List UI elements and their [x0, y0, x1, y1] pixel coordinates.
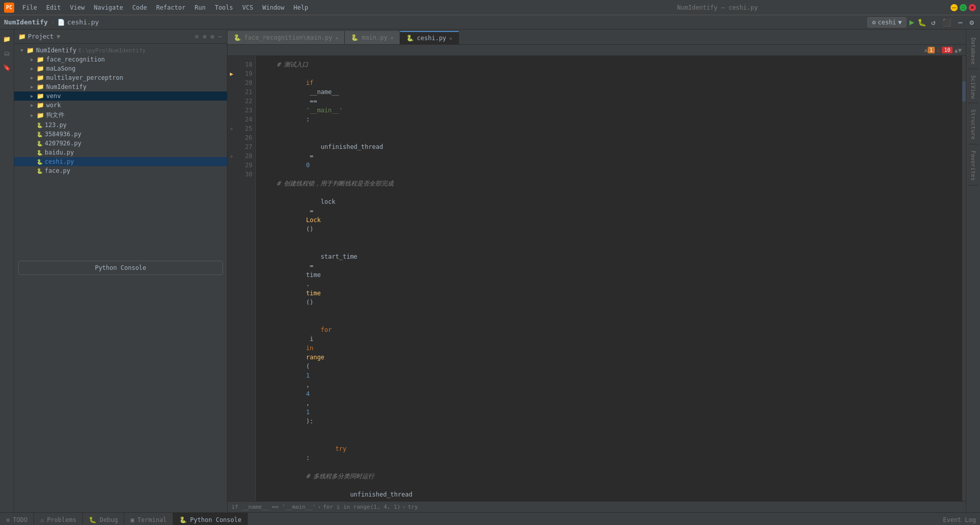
tree-item-numidentify[interactable]: ▶ 📁 NumIdentify	[14, 82, 227, 91]
tree-item-work[interactable]: ▶ 📁 work	[14, 101, 227, 110]
menu-code[interactable]: Code	[128, 3, 151, 13]
tab-python-console[interactable]: 🐍 Python Console	[173, 513, 248, 526]
sidebar-tab-structure[interactable]: Structure	[968, 105, 978, 144]
menu-file[interactable]: File	[18, 3, 41, 13]
expand-errors-button[interactable]: ▼	[958, 47, 962, 54]
panel-minimize-button[interactable]: —	[217, 32, 223, 41]
panel-actions: ⊙ ≡ ⚙ —	[194, 32, 223, 41]
app-logo: PC	[4, 3, 14, 13]
maximize-button[interactable]: □	[960, 4, 967, 11]
toolbar-right: ⚙ ceshi ▼ ▶ 🐛 ↺ ⬛ ⋯ ⚙	[867, 17, 976, 27]
run-button[interactable]: ▶	[909, 17, 914, 27]
window-controls: — □ ✕	[951, 4, 976, 11]
window-title: NumIdentify – ceshi.py	[484, 4, 951, 11]
tab-close-main[interactable]: ✕	[390, 35, 394, 41]
tree-item-face-recognition[interactable]: ▶ 📁 face_recognition	[14, 55, 227, 64]
sidebar-tab-sciview[interactable]: SciView	[968, 71, 978, 103]
code-line-25: try :	[262, 435, 956, 472]
project-panel: 📁 Project ▼ ⊙ ≡ ⚙ — ▼ 📁 NumIdentify E:\p…	[14, 29, 227, 512]
menu-help[interactable]: Help	[289, 3, 312, 13]
scrollbar-map[interactable]	[962, 56, 966, 501]
tree-item-4207926py[interactable]: ▶ 🐍 4207926.py	[14, 139, 227, 148]
project-tree: ▼ 📁 NumIdentify E:\pyPro\NumIdentify ▶ 📁…	[14, 44, 227, 512]
code-line-20: unfinished_thread = 0	[262, 133, 956, 179]
tree-item-3584936py[interactable]: ▶ 🐍 3584936.py	[14, 130, 227, 139]
close-button[interactable]: ✕	[969, 4, 976, 11]
linenum-20: 20	[236, 78, 252, 87]
sidebar-project-icon[interactable]: 📁	[2, 34, 13, 45]
tab-problems[interactable]: ⚠ Problems	[34, 513, 83, 526]
warning-count[interactable]: 1	[928, 47, 935, 53]
code-area[interactable]: # 测试入口 if __name__ == '__main__' :	[256, 56, 962, 501]
debug-button[interactable]: 🐛	[918, 18, 926, 26]
sidebar-structure-icon[interactable]: 🗂	[2, 48, 13, 59]
gutter-row-23	[227, 106, 236, 115]
event-log-button[interactable]: Event Log	[943, 516, 976, 523]
gutter-row-18	[227, 60, 236, 69]
todo-icon: ≡	[6, 516, 10, 523]
settings-toolbar-button[interactable]: ⚙	[968, 17, 976, 27]
warning-icon: ⚠	[924, 47, 928, 53]
linenum-24: 24	[236, 115, 252, 124]
panel-title-dropdown[interactable]: ▼	[57, 33, 60, 40]
menu-window[interactable]: Window	[258, 3, 288, 13]
menu-navigate[interactable]: Navigate	[90, 3, 127, 13]
menu-vcs[interactable]: VCS	[238, 3, 257, 13]
error-count[interactable]: 10	[942, 47, 952, 53]
gutter-row-26	[227, 133, 236, 142]
run-config-selector[interactable]: ⚙ ceshi ▼	[867, 17, 906, 27]
tree-item-ceshipy[interactable]: ▶ 🐍 ceshi.py	[14, 157, 227, 166]
tree-item-baidupy[interactable]: ▶ 🐍 baidu.py	[14, 148, 227, 157]
code-line-26: # 多线程多分类同时运行	[262, 472, 956, 481]
sidebar-tab-favorites[interactable]: Favorites	[968, 146, 978, 186]
breadcrumb-part-1[interactable]: if __name__ == '__main__'	[232, 504, 316, 510]
minimize-button[interactable]: —	[951, 4, 958, 11]
stop-button[interactable]: ⬛	[940, 17, 953, 27]
rerun-button[interactable]: ↺	[929, 17, 937, 27]
project-panel-header: 📁 Project ▼ ⊙ ≡ ⚙ —	[14, 29, 227, 44]
editor-tabs: 🐍 face_recognition\main.py ✕ 🐍 main.py ✕…	[227, 29, 966, 45]
code-line-23: start_time = time . time ()	[262, 243, 956, 316]
tab-face-recognition-main[interactable]: 🐍 face_recognition\main.py ✕	[227, 31, 345, 44]
menu-view[interactable]: View	[66, 3, 89, 13]
tab-close-ceshi[interactable]: ✕	[449, 36, 452, 41]
tab-todo[interactable]: ≡ TODO	[0, 513, 34, 526]
gutter-row-27	[227, 142, 236, 151]
panel-gear-button[interactable]: ⚙	[210, 32, 215, 41]
tree-item-malasong[interactable]: ▶ 📁 maLaSong	[14, 64, 227, 73]
breadcrumb-sep-1: ›	[318, 504, 321, 510]
bottom-tab-right: Event Log	[943, 516, 980, 523]
menu-refactor[interactable]: Refactor	[152, 3, 189, 13]
breadcrumb-part-3[interactable]: try	[408, 504, 418, 510]
linenum-29: 29	[236, 161, 252, 170]
tab-terminal[interactable]: ▣ Terminal	[124, 513, 173, 526]
folder-icon: 📁	[18, 33, 26, 40]
tab-ceshi[interactable]: 🐍 ceshi.py ✕	[400, 31, 459, 44]
gutter-row-19[interactable]: ▶	[227, 69, 236, 78]
tree-item-123py[interactable]: ▶ 🐍 123.py	[14, 120, 227, 130]
menu-tools[interactable]: Tools	[211, 3, 237, 13]
scrollbar-thumb	[962, 81, 966, 102]
breadcrumb-part-2[interactable]: for i in range(1, 4, 1)	[323, 504, 400, 510]
panel-scope-button[interactable]: ⊙	[194, 32, 200, 41]
tree-item-venv[interactable]: ▶ 📁 venv	[14, 91, 227, 101]
sidebar-bookmark-icon[interactable]: 🔖	[2, 62, 13, 73]
linenum-23: 23	[236, 106, 252, 115]
menu-run[interactable]: Run	[190, 3, 210, 13]
tab-debug[interactable]: 🐛 Debug	[83, 513, 124, 526]
panel-collapse-button[interactable]: ≡	[202, 32, 207, 41]
tree-item-multilayer[interactable]: ▶ 📁 multilayer_perceptron	[14, 73, 227, 82]
menu-edit[interactable]: Edit	[42, 3, 65, 13]
tab-main[interactable]: 🐍 main.py ✕	[345, 31, 400, 44]
collapse-errors-button[interactable]: ▲	[955, 47, 958, 54]
tree-root[interactable]: ▼ 📁 NumIdentify E:\pyPro\NumIdentify	[14, 46, 227, 55]
more-button[interactable]: ⋯	[956, 17, 964, 27]
tree-item-facepy[interactable]: ▶ 🐍 face.py	[14, 166, 227, 175]
sidebar-tab-database[interactable]: Database	[968, 34, 978, 69]
tree-item-dog[interactable]: ▶ 📁 狗文件	[14, 110, 227, 120]
project-name: NumIdentify	[4, 18, 48, 26]
breadcrumb-sep-2: ›	[403, 504, 406, 510]
tab-close-face-main[interactable]: ✕	[335, 35, 338, 41]
root-path: E:\pyPro\NumIdentify	[78, 47, 145, 54]
code-line-19: if __name__ == '__main__' :	[262, 69, 956, 133]
